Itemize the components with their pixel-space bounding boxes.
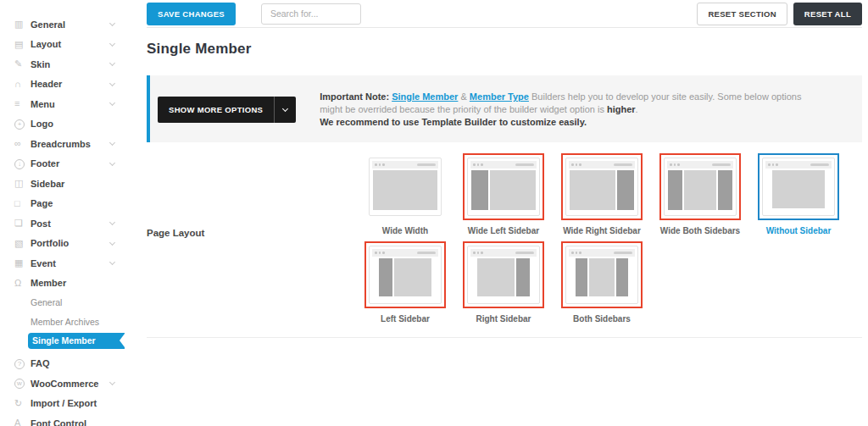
sidebar-column-block: [617, 170, 634, 210]
member-type-link[interactable]: Member Type: [470, 91, 529, 102]
chevron-down-icon: [109, 140, 115, 146]
sliders-icon: ▥: [14, 19, 31, 29]
address-bar-icon: [417, 163, 436, 166]
sidebar-item-label: Member: [31, 278, 114, 288]
sidebar-column-block: [516, 258, 530, 296]
layout-option-frame: [659, 153, 741, 220]
layout-option-frame: [463, 241, 544, 308]
chevron-down-icon: [109, 240, 115, 246]
page-window-icon: □: [14, 199, 31, 208]
sidebar-item-page[interactable]: □Page: [0, 194, 125, 214]
sidebar-item-post[interactable]: ❏Post: [0, 213, 125, 234]
user-icon: Ω: [14, 279, 31, 288]
sidebar-item-woocommerce[interactable]: wWooCommerce: [0, 373, 125, 394]
window-dot-icon: [579, 163, 581, 166]
single-member-link[interactable]: Single Member: [392, 91, 458, 102]
sidebar-item-label: General: [31, 19, 110, 30]
sidebar-item-font-control[interactable]: AFont Control: [0, 413, 125, 426]
window-dot-icon: [375, 252, 377, 254]
sidebar-item-import-export[interactable]: ↻Import / Export: [0, 394, 125, 414]
preview-body: [372, 257, 438, 301]
layout-option-both-sidebars[interactable]: Both Sidebars: [561, 241, 643, 324]
search-input[interactable]: [261, 3, 361, 25]
window-dot-icon: [776, 163, 778, 166]
layout-option-without-sidebar[interactable]: Without Sidebar: [758, 153, 839, 236]
sidebar-column-block: [576, 258, 587, 296]
layout-option-label: Wide Left Sidebar: [463, 226, 544, 236]
sidebar-item-general[interactable]: ▥General: [0, 14, 125, 35]
content-column-block: [570, 170, 615, 210]
reset-all-button[interactable]: RESET ALL: [793, 3, 862, 25]
sidebar-column-block: [379, 258, 392, 296]
window-dot-icon: [481, 163, 483, 166]
edit-pencil-icon: ✎: [14, 59, 31, 69]
layout-option-wide-right-sidebar[interactable]: Wide Right Sidebar: [561, 153, 643, 236]
reset-section-button[interactable]: RESET SECTION: [697, 3, 787, 25]
sidebar-item-footer[interactable]: ↓Footer: [0, 154, 125, 174]
sidebar-item-label: Single Member: [32, 335, 96, 346]
sidebar-item-skin[interactable]: ✎Skin: [0, 54, 125, 75]
window-dot-icon: [382, 163, 385, 166]
layout-option-wide-width[interactable]: Wide Width: [364, 153, 446, 236]
plus-circle-icon: +: [14, 119, 31, 130]
document-copy-icon: ❏: [14, 219, 31, 228]
note-ampersand: &: [460, 91, 466, 102]
browser-chrome-bar: [765, 161, 832, 169]
sidebar-item-general[interactable]: General: [0, 293, 125, 313]
layout-option-left-sidebar[interactable]: Left Sidebar: [364, 241, 446, 324]
sidebar-item-header[interactable]: ∩Header: [0, 75, 125, 95]
note-line1: Builders help you to develop your site e…: [531, 91, 801, 102]
sidebar-item-breadcrumbs[interactable]: ∞Breadcrumbs: [0, 134, 125, 154]
browser-chrome-bar: [470, 249, 537, 257]
preview-body: [667, 169, 733, 213]
window-dot-icon: [473, 163, 476, 166]
window-dot-icon: [477, 163, 480, 166]
sidebar-item-label: Breadcrumbs: [31, 139, 110, 149]
chevron-down-icon: [109, 259, 115, 265]
sidebar-item-logo[interactable]: +Logo: [0, 114, 125, 135]
sidebar-item-label: Member Archives: [31, 317, 99, 327]
chevron-down-icon: [109, 80, 115, 86]
layout-option-frame: [758, 153, 839, 220]
chevron-down-icon: [109, 20, 115, 26]
chevron-down-icon: [275, 108, 296, 111]
layout-option-wide-left-sidebar[interactable]: Wide Left Sidebar: [463, 153, 544, 236]
window-dot-icon: [576, 163, 578, 166]
sidebar-item-label: Event: [31, 258, 110, 268]
sidebar-item-single-member[interactable]: Single Member: [28, 333, 125, 349]
sidebar-column-block: [668, 170, 682, 210]
sidebar-item-member[interactable]: ΩMember: [0, 274, 125, 294]
layout-option-frame: [364, 241, 446, 308]
browser-preview-thumbnail: [565, 246, 638, 304]
question-circle-icon: ?: [14, 358, 31, 369]
sidebar-item-member-archives[interactable]: Member Archives: [0, 313, 125, 332]
sidebar-item-layout[interactable]: ▤Layout: [0, 35, 125, 55]
layout-option-right-sidebar[interactable]: Right Sidebar: [463, 241, 544, 324]
sidebar-item-label: FAQ: [31, 358, 114, 368]
sidebar-item-faq[interactable]: ?FAQ: [0, 354, 125, 374]
layout-options-row: Left SidebarRight SidebarBoth Sidebars: [364, 241, 839, 324]
window-dot-icon: [379, 163, 381, 166]
sidebar-item-menu[interactable]: ≡Menu: [0, 94, 125, 114]
sidebar-item-label: Post: [31, 219, 110, 229]
show-more-options-button[interactable]: SHOW MORE OPTIONS: [158, 97, 296, 123]
layout-option-frame: [364, 153, 446, 220]
sidebar-item-label: Header: [31, 79, 110, 89]
layout-option-label: Wide Right Sidebar: [561, 226, 643, 236]
address-bar-icon: [417, 252, 436, 254]
sidebar-item-sidebar[interactable]: ◫Sidebar: [0, 174, 125, 194]
window-dot-icon: [477, 252, 480, 254]
address-bar-icon: [810, 163, 829, 166]
sidebar-column-block: [718, 170, 732, 210]
layout-option-label: Without Sidebar: [758, 226, 839, 236]
layout-option-wide-both-sidebars[interactable]: Wide Both Sidebars: [659, 153, 741, 236]
save-changes-button[interactable]: SAVE CHANGES: [147, 3, 236, 25]
sidebar-item-portfolio[interactable]: ▧Portfolio: [0, 234, 125, 254]
window-dot-icon: [677, 163, 680, 166]
address-bar-icon: [515, 163, 534, 166]
window-dot-icon: [579, 252, 581, 254]
sidebar-item-label: Import / Export: [31, 398, 114, 408]
sidebar-item-event[interactable]: ▦Event: [0, 253, 125, 274]
sidebar-item-label: Layout: [31, 39, 110, 49]
browser-preview-thumbnail: [565, 158, 638, 216]
